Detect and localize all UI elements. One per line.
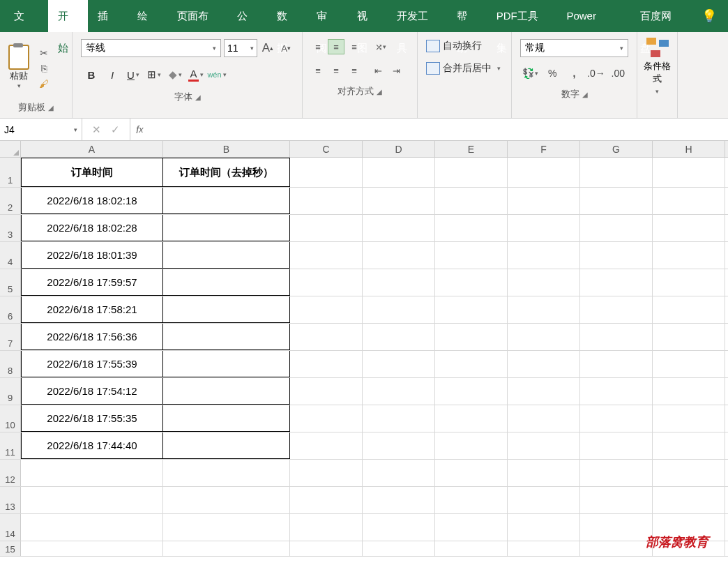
paste-button[interactable]: 粘贴 ▾ (6, 42, 32, 92)
col-header-b[interactable]: B (163, 141, 290, 157)
cell-a3[interactable]: 2022/6/18 18:02:28 (21, 215, 163, 241)
copy-icon[interactable]: ⎘ (38, 63, 50, 74)
phonetic-button[interactable]: wén (206, 66, 227, 84)
row-header-2[interactable]: 2 (0, 188, 21, 214)
decrease-decimal-button[interactable]: .00 (608, 64, 628, 82)
row-header-9[interactable]: 9 (0, 378, 21, 405)
cond-format-button[interactable]: 条件格式▾ (643, 60, 672, 96)
row-header-8[interactable]: 8 (0, 351, 21, 377)
cell-b8[interactable] (163, 351, 290, 377)
tab-insert[interactable]: 插入 (88, 0, 128, 32)
increase-decimal-button[interactable]: .0→ (586, 64, 606, 82)
align-bottom-button[interactable]: ≡ (346, 39, 363, 54)
cell-b9[interactable] (163, 378, 290, 405)
font-name-select[interactable]: 等线▾ (81, 39, 221, 57)
row-header-7[interactable]: 7 (0, 324, 21, 350)
row-header-6[interactable]: 6 (0, 296, 21, 323)
col-header-d[interactable]: D (363, 141, 435, 157)
cell-b4[interactable] (163, 242, 290, 269)
decrease-indent-button[interactable]: ⇤ (370, 63, 386, 78)
bold-button[interactable]: B (81, 66, 102, 84)
align-middle-button[interactable]: ≡ (328, 39, 344, 54)
cell-a5[interactable]: 2022/6/18 17:59:57 (21, 269, 163, 296)
tab-dev[interactable]: 开发工具 (387, 0, 447, 32)
row-header-14[interactable]: 14 (0, 514, 21, 541)
cell-b6[interactable] (163, 296, 290, 323)
cell-a4[interactable]: 2022/6/18 18:01:39 (21, 242, 163, 269)
currency-button[interactable]: 💱 (520, 64, 540, 82)
cell-a1[interactable]: 订单时间 (21, 158, 163, 187)
number-launcher[interactable]: ◢ (582, 91, 588, 98)
percent-button[interactable]: % (542, 64, 562, 82)
tab-data[interactable]: 数据 (267, 0, 307, 32)
tab-file[interactable]: 文件 (0, 0, 48, 32)
cell-a6[interactable]: 2022/6/18 17:58:21 (21, 296, 163, 323)
align-right-button[interactable]: ≡ (346, 63, 363, 78)
cell-a2[interactable]: 2022/6/18 18:02:18 (21, 188, 163, 214)
col-header-f[interactable]: F (508, 141, 580, 157)
cell-b2[interactable] (163, 188, 290, 214)
row-header-13[interactable]: 13 (0, 487, 21, 513)
format-painter-icon[interactable]: 🖌 (38, 78, 50, 89)
select-all-corner[interactable] (0, 141, 21, 157)
font-size-select[interactable]: 11▾ (224, 39, 257, 57)
tab-home[interactable]: 开始 (48, 0, 88, 32)
tell-me-icon[interactable]: 💡 (690, 8, 728, 24)
wrap-text-button[interactable]: 自动换行 (423, 35, 506, 57)
row-header-12[interactable]: 12 (0, 460, 21, 486)
col-header-e[interactable]: E (435, 141, 508, 157)
cell-a11[interactable]: 2022/6/18 17:44:40 (21, 432, 163, 459)
fill-color-button[interactable]: ◆ (165, 66, 185, 84)
tab-layout[interactable]: 页面布局 (167, 0, 227, 32)
col-header-c[interactable]: C (290, 141, 363, 157)
tab-powerpivot[interactable]: Power Pivot (556, 0, 630, 32)
cell-b11[interactable] (163, 432, 290, 459)
align-launcher[interactable]: ◢ (377, 88, 382, 96)
border-button[interactable]: ⊞ (144, 66, 165, 84)
comma-button[interactable]: , (564, 64, 584, 82)
underline-button[interactable]: U (123, 66, 144, 84)
row-header-5[interactable]: 5 (0, 269, 21, 296)
tab-formula[interactable]: 公式 (227, 0, 267, 32)
cell-a10[interactable]: 2022/6/18 17:55:35 (21, 405, 163, 432)
cut-icon[interactable]: ✂ (38, 47, 50, 59)
tab-baidu[interactable]: 百度网盘 (630, 0, 690, 32)
italic-button[interactable]: I (102, 66, 123, 84)
name-box[interactable]: J4▾ (0, 119, 82, 140)
col-header-g[interactable]: G (580, 141, 653, 157)
increase-indent-button[interactable]: ⇥ (388, 63, 404, 78)
row-header-1[interactable]: 1 (0, 158, 21, 187)
cell-a8[interactable]: 2022/6/18 17:55:39 (21, 351, 163, 377)
col-header-a[interactable]: A (21, 141, 163, 157)
merge-center-button[interactable]: 合并后居中▾ (423, 57, 506, 80)
align-left-button[interactable]: ≡ (310, 63, 326, 78)
cell-b1[interactable]: 订单时间（去掉秒） (163, 158, 290, 187)
shrink-font-button[interactable]: A▾ (278, 39, 294, 57)
tab-review[interactable]: 审阅 (307, 0, 347, 32)
cell-a7[interactable]: 2022/6/18 17:56:36 (21, 324, 163, 350)
tab-help[interactable]: 帮助 (447, 0, 487, 32)
enter-formula-icon[interactable]: ✓ (111, 123, 120, 136)
row-header-10[interactable]: 10 (0, 405, 21, 432)
cell-b7[interactable] (163, 324, 290, 350)
font-launcher[interactable]: ◢ (195, 93, 201, 101)
row-header-4[interactable]: 4 (0, 242, 21, 269)
font-color-button[interactable]: A (185, 66, 206, 84)
row-header-11[interactable]: 11 (0, 432, 21, 459)
row-header-15[interactable]: 15 (0, 541, 21, 556)
fx-icon[interactable]: fx (130, 119, 149, 140)
formula-input[interactable] (149, 119, 728, 140)
tab-draw[interactable]: 绘图 (128, 0, 167, 32)
clipboard-launcher[interactable]: ◢ (48, 104, 54, 112)
grow-font-button[interactable]: A▴ (260, 39, 275, 57)
align-center-button[interactable]: ≡ (328, 63, 344, 78)
cell-b3[interactable] (163, 215, 290, 241)
cell-a9[interactable]: 2022/6/18 17:54:12 (21, 378, 163, 405)
row-header-3[interactable]: 3 (0, 215, 21, 241)
align-top-button[interactable]: ≡ (310, 39, 326, 54)
tab-view[interactable]: 视图 (347, 0, 387, 32)
number-format-select[interactable]: 常规▾ (520, 39, 628, 57)
cell-b10[interactable] (163, 405, 290, 432)
cond-format-icon[interactable] (646, 38, 669, 57)
col-header-h[interactable]: H (653, 141, 725, 157)
